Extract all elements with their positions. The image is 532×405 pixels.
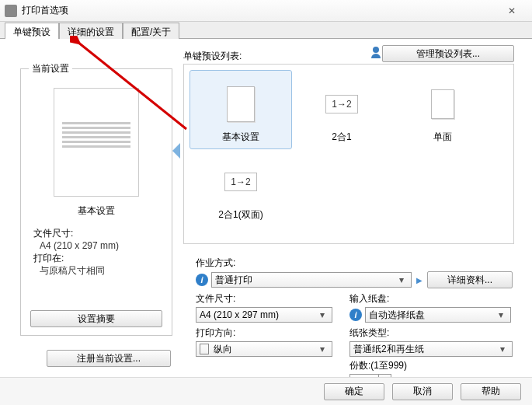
file-size-value2: A4 (210 x 297 mm) (200, 309, 279, 320)
orientation-label: 打印方向: (196, 326, 332, 340)
settings-summary-button[interactable]: 设置摘要 (30, 310, 162, 327)
cancel-button[interactable]: 取消 (392, 383, 453, 400)
chevron-down-icon: ▾ (316, 309, 329, 320)
chevron-down-icon: ▾ (395, 274, 408, 285)
2up-icon: 1→2 (224, 173, 257, 191)
portrait-icon (200, 344, 209, 354)
tab-strip: 单键预设 详细的设置 配置/关于 (0, 22, 532, 39)
job-type-select[interactable]: 普通打印 ▾ (211, 272, 412, 288)
dialog-footer: 确定 取消 帮助 (0, 377, 532, 405)
play-icon[interactable]: ▶ (416, 276, 422, 285)
preset-label: 2合1(双面) (218, 208, 263, 222)
chevron-down-icon: ▾ (495, 309, 507, 320)
print-at-label: 打印在: (33, 252, 164, 264)
current-settings-legend: 当前设置 (29, 62, 72, 75)
current-settings-group: 当前设置 基本设置 文件尺寸: A4 (210 x 297 mm) 打印在: 与… (20, 62, 172, 336)
tab-detailed-settings[interactable]: 详细的设置 (59, 23, 123, 39)
preset-label: 单面 (433, 131, 452, 144)
dialog-body: 当前设置 基本设置 文件尺寸: A4 (210 x 297 mm) 打印在: 与… (0, 39, 532, 372)
titlebar: 打印首选项 ✕ (0, 0, 532, 22)
copies-label: 份数:(1至999) (349, 359, 407, 372)
file-size-value: A4 (210 x 297 mm) (40, 239, 164, 252)
chevron-down-icon: ▾ (316, 344, 329, 354)
preset-list-label: 单键预设列表: (183, 50, 242, 63)
tab-one-click-preset[interactable]: 单键预设 (5, 23, 59, 39)
file-size-label: 文件尺寸: (33, 227, 164, 239)
orientation-value: 纵向 (214, 343, 232, 356)
chevron-down-icon: ▾ (496, 344, 509, 354)
page-preview (54, 88, 139, 197)
page-icon (227, 86, 255, 122)
job-type-label: 作业方式: (196, 257, 514, 270)
info-icon[interactable]: i (349, 309, 362, 321)
job-detail-button[interactable]: 详细资料... (427, 271, 513, 288)
preset-item-2up-duplex[interactable]: 1→2 2合1(双面) (190, 148, 291, 226)
register-current-settings-button[interactable]: 注册当前设置... (47, 350, 171, 367)
orientation-select[interactable]: 纵向 ▾ (196, 341, 332, 357)
paper-type-select[interactable]: 普通纸2和再生纸 ▾ (349, 341, 513, 357)
preset-item-2up[interactable]: 1→2 2合1 (291, 71, 392, 148)
job-type-value: 普通打印 (215, 274, 252, 287)
info-icon[interactable]: i (196, 274, 208, 286)
preset-item-basic[interactable]: 基本设置 (190, 71, 291, 148)
window-title: 打印首选项 (22, 4, 68, 17)
preset-item-single-side[interactable]: 单面 (392, 71, 493, 148)
input-tray-select[interactable]: 自动选择纸盘 ▾ (365, 307, 511, 323)
current-preset-name: 基本设置 (29, 204, 164, 218)
manage-preset-list-button[interactable]: 管理预设列表... (382, 45, 514, 62)
input-tray-value: 自动选择纸盘 (369, 309, 425, 322)
user-icon (371, 47, 381, 58)
2up-icon: 1→2 (325, 95, 358, 113)
ok-button[interactable]: 确定 (324, 383, 384, 400)
file-size-select[interactable]: A4 (210 x 297 mm) ▾ (196, 307, 332, 323)
preset-panel: 基本设置 1→2 2合1 单面 1→2 2合1(双面) (183, 64, 514, 244)
file-size-label2: 文件尺寸: (196, 292, 332, 305)
preset-label: 2合1 (332, 131, 351, 144)
paper-type-label: 纸张类型: (349, 326, 513, 340)
tab-config-about[interactable]: 配置/关于 (123, 23, 179, 39)
preset-panel-pointer-icon (172, 143, 180, 159)
help-button[interactable]: 帮助 (461, 383, 521, 400)
paper-type-value: 普通纸2和再生纸 (353, 343, 424, 356)
print-at-value: 与原稿尺寸相同 (40, 264, 164, 277)
close-button[interactable]: ✕ (496, 3, 527, 19)
printer-icon (5, 5, 17, 17)
close-icon: ✕ (508, 5, 516, 16)
input-tray-label: 输入纸盘: (349, 292, 513, 305)
page-icon (431, 89, 454, 119)
preset-label: 基本设置 (222, 131, 259, 144)
